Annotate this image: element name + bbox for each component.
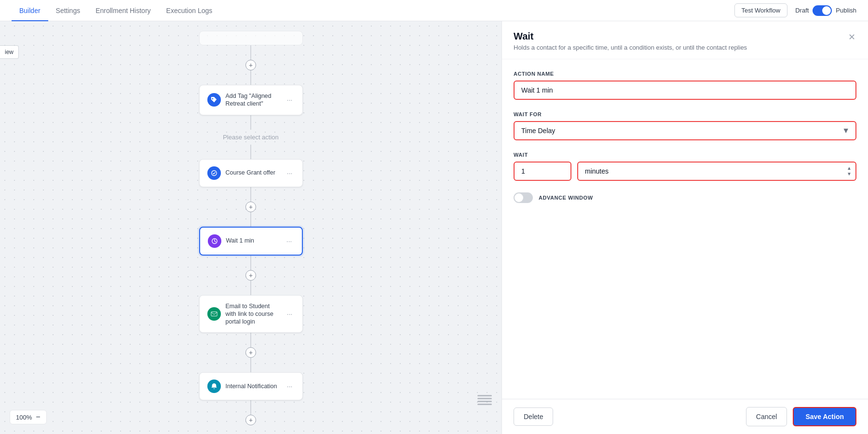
main-layout: iew + Add Tag "Aligned Retreat client" ·… [0, 21, 868, 434]
scroll-line-2 [477, 398, 492, 399]
draft-label: Draft [795, 7, 809, 14]
panel-body: ACTION NAME WAIT FOR Time Delay Until Co… [502, 59, 868, 399]
zoom-level: 100% [16, 414, 32, 421]
publish-label: Publish [836, 7, 856, 14]
connector-line [250, 256, 251, 270]
email-menu[interactable]: ··· [285, 309, 295, 319]
close-button[interactable]: ✕ [847, 31, 856, 43]
top-nav: Builder Settings Enrollment History Exec… [0, 0, 868, 21]
tab-settings[interactable]: Settings [48, 0, 88, 21]
draft-publish-toggle-group: Draft Publish [795, 5, 856, 16]
panel-header: Wait Holds a contact for a specific time… [502, 21, 868, 59]
action-name-input[interactable] [514, 81, 856, 100]
add-tag-label: Add Tag "Aligned Retreat client" [226, 92, 280, 108]
course-grant-menu[interactable]: ··· [285, 168, 295, 178]
cancel-button[interactable]: Cancel [746, 407, 787, 426]
wait-for-group: WAIT FOR Time Delay Until Condition Cont… [514, 111, 856, 140]
zoom-controls: 100% − [10, 410, 47, 424]
node-internal-notification[interactable]: Internal Notification ··· [199, 372, 303, 400]
footer-right: Cancel Save Action [746, 407, 856, 426]
node-add-tag[interactable]: Add Tag "Aligned Retreat client" ··· [199, 85, 303, 115]
add-button-5[interactable]: + [245, 415, 256, 425]
add-tag-menu[interactable]: ··· [285, 95, 295, 105]
workflow-canvas[interactable]: iew + Add Tag "Aligned Retreat client" ·… [0, 21, 502, 434]
wait-for-select-wrapper: Time Delay Until Condition Contact Reply… [514, 121, 856, 140]
wait-menu[interactable]: ··· [285, 236, 294, 246]
scroll-line-3 [477, 401, 492, 402]
course-grant-icon [207, 166, 221, 180]
tab-execution-logs[interactable]: Execution Logs [159, 0, 220, 21]
wait-icon [208, 234, 221, 248]
add-button-4[interactable]: + [245, 347, 256, 358]
svg-rect-2 [211, 312, 217, 316]
connector-line [250, 400, 251, 415]
add-button-0[interactable]: + [245, 60, 256, 70]
wait-label-field: WAIT [514, 152, 856, 158]
spinner-up-arrow[interactable]: ▲ [847, 166, 852, 171]
wait-row: ▲ ▼ [514, 162, 856, 181]
wait-number-input[interactable] [514, 162, 571, 181]
notification-label: Internal Notification [226, 382, 280, 390]
connector-line [250, 333, 251, 347]
panel-header-text: Wait Holds a contact for a specific time… [514, 31, 747, 51]
advance-window-row: ADVANCE WINDOW [514, 192, 856, 203]
node-wait[interactable]: Wait 1 min ··· [199, 227, 303, 256]
wait-label: Wait 1 min [226, 237, 280, 244]
advance-window-toggle[interactable] [514, 192, 533, 203]
connector-line [250, 145, 251, 159]
wait-for-label: WAIT FOR [514, 111, 856, 117]
email-label: Email to Student with link to course por… [226, 302, 280, 326]
right-panel: Wait Holds a contact for a specific time… [502, 21, 868, 434]
workflow-chain: + Add Tag "Aligned Retreat client" ··· P… [199, 31, 303, 434]
partial-top-node [199, 31, 303, 45]
connector-line [250, 281, 251, 295]
wait-unit-input[interactable] [577, 162, 856, 181]
add-button-2[interactable]: + [245, 202, 256, 212]
nav-right: Test Workflow Draft Publish [734, 3, 856, 17]
save-action-button[interactable]: Save Action [793, 407, 856, 426]
connector-line [250, 70, 251, 85]
node-email[interactable]: Email to Student with link to course por… [199, 295, 303, 333]
action-name-group: ACTION NAME [514, 71, 856, 100]
connector-line [250, 187, 251, 202]
add-button-3[interactable]: + [245, 270, 256, 281]
email-icon [207, 307, 221, 321]
connector-line [250, 358, 251, 372]
add-tag-icon [207, 93, 221, 107]
nav-tabs: Builder Settings Enrollment History Exec… [12, 0, 220, 21]
tab-enrollment-history[interactable]: Enrollment History [88, 0, 158, 21]
scroll-indicator [477, 395, 492, 405]
panel-title: Wait [514, 31, 747, 42]
test-workflow-button[interactable]: Test Workflow [734, 3, 788, 17]
wait-for-select[interactable]: Time Delay Until Condition Contact Reply [514, 121, 856, 140]
scroll-line-1 [477, 395, 492, 396]
zoom-out-button[interactable]: − [36, 413, 40, 421]
notification-icon [207, 380, 221, 393]
spinner-down-arrow[interactable]: ▼ [847, 172, 852, 176]
panel-footer: Delete Cancel Save Action [502, 399, 868, 434]
unit-spinner: ▲ ▼ [847, 166, 852, 176]
connector-line [250, 212, 251, 227]
connector-line [250, 115, 251, 130]
node-course-grant[interactable]: Course Grant offer ··· [199, 159, 303, 187]
course-grant-label: Course Grant offer [226, 169, 280, 176]
connector-line [250, 45, 251, 60]
please-select-label: Please select action [223, 134, 279, 141]
draft-publish-toggle[interactable] [813, 5, 832, 16]
action-name-label: ACTION NAME [514, 71, 856, 77]
notification-menu[interactable]: ··· [285, 381, 295, 391]
wait-group: WAIT ▲ ▼ [514, 152, 856, 181]
tab-builder[interactable]: Builder [12, 0, 48, 21]
wait-unit-wrapper: ▲ ▼ [577, 162, 856, 181]
panel-subtitle: Holds a contact for a specific time, unt… [514, 44, 747, 51]
scroll-line-4 [477, 404, 492, 405]
advance-window-label: ADVANCE WINDOW [539, 195, 593, 201]
delete-button[interactable]: Delete [514, 407, 553, 426]
canvas-content: + Add Tag "Aligned Retreat client" ··· P… [0, 21, 502, 434]
